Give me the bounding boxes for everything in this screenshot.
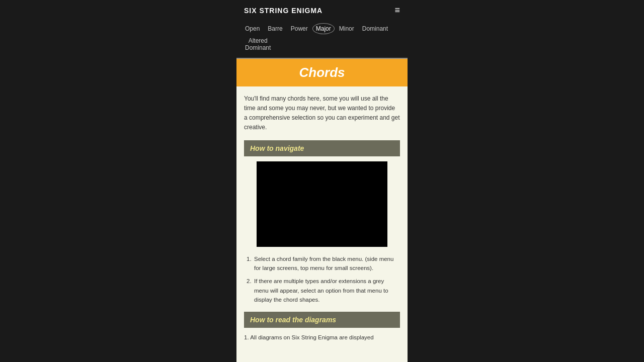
nav-item-minor[interactable]: Minor	[336, 23, 358, 34]
nav-item-barre[interactable]: Barre	[264, 23, 286, 34]
site-title: SIX STRING ENIGMA	[244, 7, 323, 15]
diagrams-text: 1. All diagrams on Six String Enigma are…	[244, 333, 400, 342]
nav-item-dominant[interactable]: Dominant	[359, 23, 391, 34]
hamburger-icon[interactable]: ≡	[394, 5, 400, 16]
how-to-read-header: How to read the diagrams	[244, 312, 400, 328]
step-number-1: 1.	[247, 254, 252, 263]
nav-item-open[interactable]: Open	[242, 23, 263, 34]
step-text-2: If there are multiple types and/or exten…	[254, 278, 388, 303]
intro-text: You'll find many chords here, some you w…	[244, 94, 400, 133]
step-text-1: Select a chord family from the black men…	[254, 256, 393, 271]
how-to-navigate-title: How to navigate	[250, 144, 394, 152]
page-wrapper: SIX STRING ENIGMA ≡ Open Barre Power Maj…	[236, 0, 408, 362]
nav-item-major[interactable]: Major	[312, 23, 335, 34]
list-item: 2. If there are multiple types and/or ex…	[247, 277, 400, 304]
how-to-navigate-header: How to navigate	[244, 140, 400, 156]
nav-bar: Open Barre Power Major Minor Dominant Al…	[236, 21, 408, 59]
video-placeholder[interactable]	[257, 161, 387, 247]
instructions-list: 1. Select a chord family from the black …	[244, 254, 400, 305]
chords-title: Chords	[243, 65, 401, 80]
content: You'll find many chords here, some you w…	[236, 86, 408, 350]
list-item: 1. Select a chord family from the black …	[247, 254, 400, 273]
header: SIX STRING ENIGMA ≡	[236, 0, 408, 21]
nav-item-altered-dominant[interactable]: AlteredDominant	[242, 35, 274, 54]
how-to-read-title: How to read the diagrams	[250, 316, 394, 324]
step-number-2: 2.	[247, 277, 252, 286]
chords-banner: Chords	[236, 59, 408, 86]
nav-item-power[interactable]: Power	[287, 23, 311, 34]
